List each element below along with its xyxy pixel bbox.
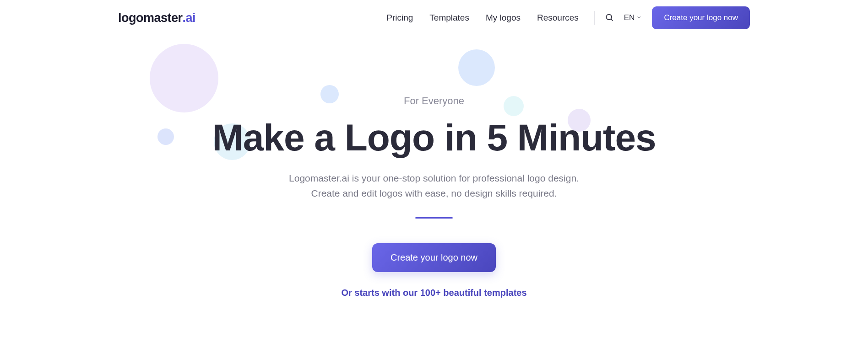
divider (594, 11, 595, 25)
nav-resources[interactable]: Resources (537, 13, 579, 23)
hero-subtitle-line2: Create and edit logos with ease, no desi… (0, 186, 868, 201)
logo-main: logomaster (118, 11, 183, 25)
main-nav: Pricing Templates My logos Resources (386, 13, 579, 23)
hero-underline (415, 217, 453, 219)
chevron-down-icon (636, 13, 642, 22)
site-logo[interactable]: logomaster.ai (118, 11, 195, 25)
site-header: logomaster.ai Pricing Templates My logos… (118, 0, 750, 36)
language-selector[interactable]: EN (624, 13, 642, 22)
hero-title: Make a Logo in 5 Minutes (0, 118, 868, 157)
hero-eyebrow: For Everyone (0, 95, 868, 107)
nav-pricing[interactable]: Pricing (386, 13, 413, 23)
header-right: Pricing Templates My logos Resources EN … (386, 6, 750, 29)
search-button[interactable] (605, 13, 614, 23)
language-label: EN (624, 13, 635, 22)
logo-suffix: ai (186, 11, 196, 25)
svg-point-0 (606, 14, 612, 20)
nav-templates[interactable]: Templates (429, 13, 469, 23)
search-icon (605, 13, 614, 23)
hero-cta-button[interactable]: Create your logo now (372, 243, 496, 272)
nav-my-logos[interactable]: My logos (486, 13, 521, 23)
svg-line-1 (611, 19, 613, 21)
logo-dot: . (183, 11, 186, 25)
hero-subtitle-line1: Logomaster.ai is your one-stop solution … (0, 171, 868, 186)
header-actions: EN Create your logo now (594, 6, 750, 29)
header-cta-button[interactable]: Create your logo now (652, 6, 750, 29)
hero-section: For Everyone Make a Logo in 5 Minutes Lo… (0, 36, 868, 298)
templates-link[interactable]: Or starts with our 100+ beautiful templa… (0, 288, 868, 298)
